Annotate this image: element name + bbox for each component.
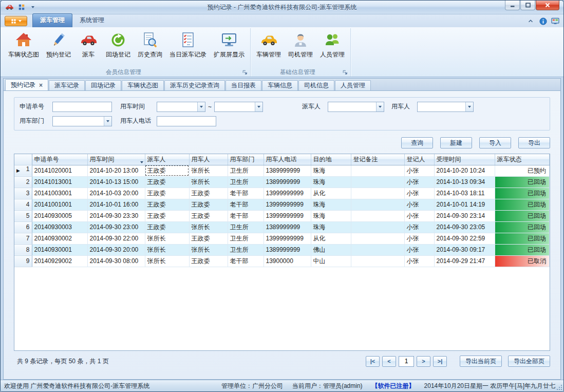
ribbon-button[interactable]: 车辆状态图: [5, 30, 43, 60]
column-header-remark[interactable]: 登记备注: [351, 154, 404, 165]
cell-dispatcher[interactable]: 王政委: [145, 199, 189, 210]
cell-phone[interactable]: 1389999999: [264, 221, 311, 233]
app-menu-button[interactable]: [5, 16, 27, 26]
cell-destination[interactable]: 珠海: [311, 210, 351, 221]
cell-order-no[interactable]: 20140930003: [32, 221, 87, 233]
cell-destination[interactable]: 珠海: [311, 221, 351, 233]
cell-order-no[interactable]: 20141013001: [32, 176, 87, 188]
column-header-user[interactable]: 用车人: [189, 154, 228, 165]
cell-dispatcher[interactable]: 王政委: [145, 176, 189, 188]
cell-dispatcher[interactable]: 张所长: [145, 255, 189, 267]
cell-accept-time[interactable]: 2014-10-01 14:19: [434, 199, 495, 210]
cell-phone[interactable]: 13900000: [264, 255, 311, 267]
help-button[interactable]: [539, 17, 547, 25]
dropdown-arrow-icon[interactable]: [104, 117, 111, 126]
cell-dept[interactable]: 卫生所: [228, 221, 264, 233]
cell-status[interactable]: 已回场: [495, 176, 550, 188]
cell-dept[interactable]: 老干部: [228, 188, 264, 199]
new-button[interactable]: 新建: [440, 137, 472, 148]
cell-phone[interactable]: 1389999999: [264, 165, 311, 176]
minimize-button[interactable]: [505, 1, 520, 10]
cell-phone[interactable]: 1389999999: [264, 176, 311, 188]
order-no-input[interactable]: [52, 102, 112, 112]
cell-accept-time[interactable]: 2014-10-03 18:11: [434, 188, 495, 199]
ribbon-button[interactable]: 回场登记: [102, 30, 134, 60]
doc-tab[interactable]: 车辆状态图 ×: [122, 80, 164, 90]
first-page-button[interactable]: |<: [366, 356, 380, 367]
cell-registrar[interactable]: 小张: [404, 233, 434, 244]
cell-phone[interactable]: 13999999999: [264, 210, 311, 221]
cell-user[interactable]: 王政委: [189, 199, 228, 210]
cell-use-time[interactable]: 2014-09-30 23:00: [87, 221, 145, 233]
cell-user[interactable]: 张所长: [189, 244, 228, 255]
phone-input[interactable]: [157, 116, 216, 126]
cell-accept-time[interactable]: 2014-09-30 23:14: [434, 210, 495, 221]
import-button[interactable]: 导入: [479, 137, 511, 148]
cell-status[interactable]: 已预约: [495, 165, 550, 176]
table-row[interactable]: ▶ 1 20141020001 2014-10-20 13:00 王政委 张所长…: [14, 165, 550, 176]
qat-customize-button[interactable]: [28, 3, 37, 12]
cell-destination[interactable]: 珠海: [311, 199, 351, 210]
doc-tab[interactable]: 当日报表 ×: [225, 80, 261, 90]
column-header-destination[interactable]: 目的地: [311, 154, 351, 165]
cell-remark[interactable]: [351, 188, 404, 199]
cell-dispatcher[interactable]: 王政委: [145, 210, 189, 221]
ribbon-button[interactable]: 派车: [74, 30, 102, 60]
dispatcher-combo[interactable]: [328, 102, 384, 112]
column-header-order-no[interactable]: 申请单号: [32, 154, 87, 165]
cell-user[interactable]: 张所长: [189, 176, 228, 188]
cell-destination[interactable]: 中山: [311, 255, 351, 267]
cell-dept[interactable]: 老干部: [228, 255, 264, 267]
cell-dispatcher[interactable]: 王政委: [145, 188, 189, 199]
cell-user[interactable]: 王政委: [189, 210, 228, 221]
cell-registrar[interactable]: 小张: [404, 221, 434, 233]
layout-button[interactable]: [17, 3, 26, 12]
cell-accept-time[interactable]: 2014-09-30 22:59: [434, 233, 495, 244]
cell-remark[interactable]: [351, 199, 404, 210]
cell-order-no[interactable]: 20141001001: [32, 199, 87, 210]
export-button[interactable]: 导出: [518, 137, 550, 148]
cell-status[interactable]: 已回场: [495, 210, 550, 221]
cell-remark[interactable]: [351, 244, 404, 255]
cell-user[interactable]: 张所长: [189, 165, 228, 176]
doc-tab[interactable]: 派车记录 ×: [49, 80, 85, 90]
cell-accept-time[interactable]: 2014-09-30 09:17: [434, 244, 495, 255]
cell-destination[interactable]: 从化: [311, 233, 351, 244]
ribbon-tab-system[interactable]: 系统管理: [72, 14, 111, 27]
cell-dept[interactable]: 卫生所: [228, 233, 264, 244]
cell-user[interactable]: 王政委: [189, 233, 228, 244]
table-row[interactable]: 9 20140929002 2014-09-30 08:00 张所长 王政委 老…: [14, 255, 550, 267]
table-row[interactable]: 3 20141003001 2014-10-03 20:00 王政委 王政委 老…: [14, 188, 550, 199]
cell-dispatcher[interactable]: 王政委: [145, 221, 189, 233]
cell-order-no[interactable]: 20141020001: [32, 165, 87, 176]
license-link[interactable]: 【软件已注册】: [372, 382, 415, 390]
user-combo[interactable]: [417, 102, 474, 112]
ribbon-button[interactable]: 预约登记: [43, 30, 74, 60]
cell-use-time[interactable]: 2014-10-01 16:00: [87, 199, 145, 210]
cell-registrar[interactable]: 小张: [404, 165, 434, 176]
cell-remark[interactable]: [351, 221, 404, 233]
cell-accept-time[interactable]: 2014-09-29 21:47: [434, 255, 495, 267]
dropdown-arrow-icon[interactable]: [255, 102, 262, 111]
close-button[interactable]: [536, 1, 559, 10]
cell-order-no[interactable]: 20141003001: [32, 188, 87, 199]
cell-use-time[interactable]: 2014-10-03 20:00: [87, 188, 145, 199]
skin-button[interactable]: [551, 17, 559, 25]
next-page-button[interactable]: >: [417, 356, 430, 367]
cell-accept-time[interactable]: 2014-10-13 09:34: [434, 176, 495, 188]
cell-remark[interactable]: [351, 233, 404, 244]
table-row[interactable]: 2 20141013001 2014-10-13 15:00 王政委 张所长 卫…: [14, 176, 550, 188]
cell-use-time[interactable]: 2014-09-30 08:00: [87, 255, 145, 267]
cell-phone[interactable]: 13999999999: [264, 233, 311, 244]
table-row[interactable]: 4 20141001001 2014-10-01 16:00 王政委 王政委 老…: [14, 199, 550, 210]
cell-registrar[interactable]: 小张: [404, 188, 434, 199]
cell-use-time[interactable]: 2014-10-13 15:00: [87, 176, 145, 188]
cell-dept[interactable]: 老干部: [228, 199, 264, 210]
column-header-dept[interactable]: 用车部门: [228, 154, 264, 165]
close-tab-icon[interactable]: ×: [39, 82, 43, 88]
cell-order-no[interactable]: 20140930001: [32, 244, 87, 255]
cell-registrar[interactable]: 小张: [404, 244, 434, 255]
cell-dispatcher[interactable]: 张所长: [145, 233, 189, 244]
query-button[interactable]: 查询: [401, 137, 433, 148]
column-header-status[interactable]: 派车状态: [495, 154, 550, 165]
